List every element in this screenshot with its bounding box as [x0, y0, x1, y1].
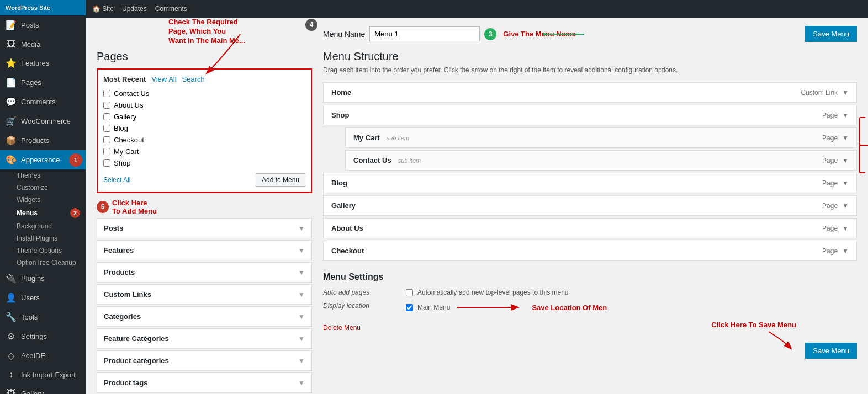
- annotation-check-pages: Check The Required Page, Which You Want …: [168, 18, 279, 46]
- menu-item-blog-left: Blog: [331, 179, 347, 187]
- main-menu-checkbox[interactable]: [406, 304, 413, 311]
- sidebar-item-media[interactable]: 🖼 Media: [0, 35, 86, 54]
- tab-search[interactable]: Search: [182, 75, 205, 83]
- media-icon: 🖼: [6, 39, 17, 49]
- sidebar-item-plugins[interactable]: 🔌 Plugins: [0, 269, 86, 288]
- sidebar-sub-menus[interactable]: Menus 2: [0, 206, 86, 220]
- checkbox-blog: Blog: [103, 123, 305, 134]
- checkbox-blog-input[interactable]: [103, 125, 110, 132]
- checkbox-my-cart-input[interactable]: [103, 148, 110, 155]
- label-blog: Blog: [114, 124, 128, 132]
- save-menu-button-top[interactable]: Save Menu: [805, 26, 857, 42]
- sidebar-item-pages[interactable]: 📄 Pages: [0, 73, 86, 92]
- menu-item-checkout: Checkout Page ▼: [323, 241, 857, 261]
- sidebar-item-woocommerce[interactable]: 🛒 WooCommerce: [0, 111, 86, 131]
- accordion-posts-arrow: ▼: [298, 225, 305, 232]
- menu-item-about-right: Page ▼: [822, 225, 849, 232]
- menu-name-input[interactable]: [369, 26, 480, 41]
- auto-add-text: Automatically add new top-level pages to…: [417, 289, 569, 296]
- topbar-comments[interactable]: Comments: [155, 5, 187, 13]
- accordion-posts-header[interactable]: Posts ▼: [97, 219, 311, 238]
- accordion-products-header[interactable]: Products ▼: [97, 263, 311, 282]
- menu-item-blog-type: Page: [822, 179, 838, 187]
- tab-most-recent[interactable]: Most Recent: [103, 75, 146, 83]
- accordion-product-categories-header[interactable]: Product categories ▼: [97, 351, 311, 370]
- sidebar-item-appearance[interactable]: 🎨 Appearance 1: [0, 150, 86, 169]
- badge-3: 3: [484, 28, 496, 40]
- sidebar-item-tools[interactable]: 🔧 Tools: [0, 307, 86, 327]
- checkbox-gallery: Gallery: [103, 111, 305, 123]
- topbar-site[interactable]: 🏠 Site: [92, 5, 114, 13]
- pages-tabs: Most Recent View All Search: [103, 75, 305, 83]
- menu-item-shop-left: Shop: [331, 111, 350, 119]
- topbar-updates[interactable]: Updates: [122, 5, 147, 13]
- accordion-product-tags-header[interactable]: Product tags ▼: [97, 373, 311, 392]
- sidebar-item-features[interactable]: ⭐ Features: [0, 54, 86, 73]
- pages-checkboxes: Contact Us About Us Gallery Blog: [103, 88, 305, 169]
- menu-item-home-type: Custom Link: [801, 89, 838, 97]
- checkbox-contact-us-input[interactable]: [103, 90, 110, 97]
- auto-add-label: Auto add pages: [323, 289, 395, 296]
- sidebar-item-gallery[interactable]: 🖼 Gallery: [0, 384, 86, 394]
- accordion-categories-header[interactable]: Categories ▼: [97, 307, 311, 326]
- settings-auto-add: Auto add pages Automatically add new top…: [323, 289, 857, 296]
- sidebar-sub-optiontree[interactable]: OptionTree Cleanup: [0, 257, 86, 269]
- menu-item-checkout-arrow[interactable]: ▼: [842, 247, 849, 255]
- save-menu-button-bottom[interactable]: Save Menu: [805, 343, 857, 359]
- menu-item-home-arrow[interactable]: ▼: [842, 89, 849, 97]
- brace-svg: [857, 112, 868, 178]
- menu-item-about-type: Page: [822, 225, 838, 232]
- menu-item-gallery-right: Page ▼: [822, 202, 849, 210]
- sidebar-item-settings[interactable]: ⚙ Settings: [0, 327, 86, 346]
- menu-item-mycart-type: Page: [822, 134, 838, 142]
- accordion-features-header[interactable]: Features ▼: [97, 241, 311, 260]
- sidebar-sub-background[interactable]: Background: [0, 220, 86, 232]
- menu-item-contact-type: Page: [822, 157, 838, 164]
- comments-icon: 💬: [6, 97, 17, 107]
- menu-item-mycart-arrow[interactable]: ▼: [842, 134, 849, 142]
- sidebar-item-posts[interactable]: 📝 Posts: [0, 15, 86, 35]
- left-panel: Pages Most Recent View All Search Contac…: [97, 50, 312, 394]
- label-my-cart: My Cart: [114, 147, 139, 156]
- checkbox-gallery-input[interactable]: [103, 113, 110, 120]
- menu-item-contact-left: Contact Us sub item: [353, 156, 421, 164]
- aceide-icon: ◇: [6, 350, 17, 361]
- pages-box: Most Recent View All Search Contact Us A…: [97, 68, 312, 193]
- label-checkout: Checkout: [114, 136, 144, 144]
- settings-icon: ⚙: [6, 331, 17, 342]
- accordion-feature-categories-header[interactable]: Feature Categories ▼: [97, 329, 311, 348]
- sidebar-item-ink-import[interactable]: ↕ Ink Import Export: [0, 365, 86, 384]
- badge-2: 2: [70, 208, 80, 218]
- sidebar-item-aceide[interactable]: ◇ AceIDE: [0, 346, 86, 365]
- auto-add-checkbox[interactable]: [406, 289, 413, 296]
- checkbox-about-us-input[interactable]: [103, 102, 110, 109]
- delete-menu-link[interactable]: Delete Menu: [323, 324, 361, 332]
- menu-item-contact-arrow[interactable]: ▼: [842, 157, 849, 164]
- sidebar-sub-widgets[interactable]: Widgets: [0, 194, 86, 206]
- menu-item-blog: Blog Page ▼: [323, 173, 857, 193]
- select-all-link[interactable]: Select All: [103, 176, 130, 184]
- sidebar-sub-install-plugins[interactable]: Install Plugins: [0, 232, 86, 244]
- add-to-menu-button[interactable]: Add to Menu: [256, 173, 305, 187]
- menu-item-gallery-arrow[interactable]: ▼: [842, 202, 849, 210]
- sidebar-item-products[interactable]: 📦 Products: [0, 131, 86, 150]
- menu-item-about-left: About Us: [331, 224, 363, 232]
- sidebar-sub-customize[interactable]: Customize: [0, 182, 86, 194]
- menu-item-blog-arrow[interactable]: ▼: [842, 179, 849, 187]
- menu-item-mycart-left: My Cart sub item: [353, 134, 409, 142]
- sidebar-item-users[interactable]: 👤 Users: [0, 288, 86, 307]
- annotation-click-add: Click Here To Add Menu: [112, 199, 157, 215]
- checkbox-shop-input[interactable]: [103, 159, 110, 167]
- tab-view-all[interactable]: View All: [151, 75, 176, 83]
- menu-item-shop: Shop Page ▼: [323, 105, 857, 125]
- sidebar-sub-theme-options[interactable]: Theme Options: [0, 244, 86, 257]
- checkbox-checkout-input[interactable]: [103, 136, 110, 143]
- menu-item-shop-arrow[interactable]: ▼: [842, 111, 849, 119]
- sidebar: WordPress Site 📝 Posts 🖼 Media ⭐ Feature…: [0, 0, 86, 394]
- sidebar-sub-themes[interactable]: Themes: [0, 169, 86, 182]
- accordion-custom-links-header[interactable]: Custom Links ▼: [97, 285, 311, 304]
- right-panel: Menu Structure Drag each item into the o…: [323, 50, 857, 359]
- sidebar-item-comments[interactable]: 💬 Comments: [0, 92, 86, 111]
- menu-item-about-arrow[interactable]: ▼: [842, 225, 849, 232]
- ink-icon: ↕: [6, 370, 17, 380]
